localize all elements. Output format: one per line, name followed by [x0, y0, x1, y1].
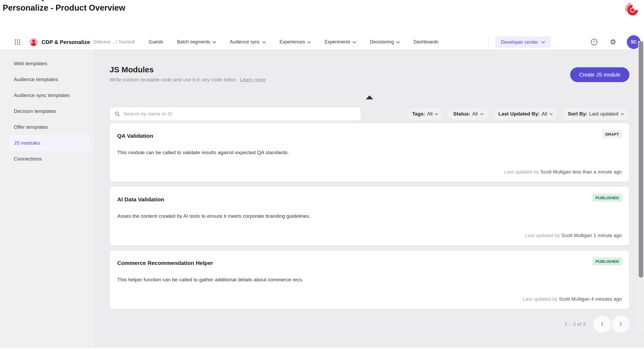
sidebar-item-decision-templates[interactable]: Decision templates [10, 103, 89, 119]
page-subtitle: Write custom reusable code and use it in… [110, 77, 265, 83]
sidebar-item-audience-templates[interactable]: Audience templates [10, 72, 89, 87]
scrollbar-track [638, 41, 644, 332]
nav-item-dashboards[interactable]: Dashboards [413, 39, 438, 45]
page: Personalize - Product Overview [0, 0, 644, 351]
learn-more-link[interactable]: Learn more [240, 77, 265, 82]
module-description: This helper function can be called to ga… [117, 277, 303, 283]
filter-status[interactable]: Status:All [448, 107, 489, 121]
chevron-down-icon [262, 41, 266, 43]
scrollbar-thumb[interactable] [639, 41, 643, 278]
pagination-next-button[interactable] [612, 316, 629, 333]
sidebar-item-web-templates[interactable]: Web templates [10, 56, 89, 72]
chevron-down-icon [621, 113, 624, 115]
app-launcher-icon[interactable] [15, 39, 20, 45]
module-list: QA Validation DRAFT This module can be c… [110, 123, 629, 309]
chevron-down-icon [550, 113, 553, 115]
module-description: This module can be called to validate re… [117, 150, 289, 155]
svg-text:?: ? [593, 40, 595, 44]
chevron-left-icon [600, 322, 604, 327]
module-description: Asses the content created by AI tools to… [117, 213, 310, 219]
app-frame: CDP & Personalize Sitecore ...! Summit G… [0, 34, 644, 348]
filter-last-updated-by[interactable]: Last Updated By:All [493, 107, 558, 121]
module-name: QA Validation [117, 133, 153, 139]
filter-tags[interactable]: Tags:All [407, 107, 444, 121]
filter-sort-by[interactable]: Sort By:Last updated [562, 107, 629, 121]
nav-item-experiences[interactable]: Experiences [280, 39, 311, 45]
developer-center-menu[interactable]: Developer center [495, 36, 551, 48]
pagination-prev-button[interactable] [593, 316, 611, 333]
chevron-down-icon [396, 41, 400, 43]
chevron-down-icon [353, 41, 356, 43]
page-title: JS Modules [110, 65, 265, 74]
nav-item-batch-segments[interactable]: Batch segments [177, 39, 216, 45]
chevron-right-icon [619, 322, 623, 327]
module-card[interactable]: Commerce Recommendation Helper PUBLISHED… [110, 250, 629, 309]
sidebar-item-offer-templates[interactable]: Offer templates [10, 119, 89, 135]
help-icon[interactable]: ? [591, 38, 598, 46]
main-content: JS Modules Write custom reusable code an… [95, 50, 644, 348]
chevron-down-icon [435, 113, 438, 115]
nav-divider [488, 37, 489, 47]
cdp-person-logo-icon[interactable] [29, 38, 38, 46]
nav-item-audience-sync[interactable]: Audience sync [230, 39, 266, 45]
brand-name[interactable]: CDP & Personalize [42, 39, 90, 45]
module-last-updated: Last updated by Scott Mulligan 4 minutes… [523, 296, 622, 302]
nav-item-guests[interactable]: Guests [148, 39, 163, 45]
chevron-down-icon [480, 113, 483, 115]
toolbar: Tags:All Status:All Last Updated By:All [110, 107, 629, 121]
sidebar-item-audience-sync-templates[interactable]: Audience sync templates [10, 87, 89, 103]
status-badge: PUBLISHED [592, 194, 622, 202]
search-box [110, 107, 361, 121]
org-name: Sitecore ...! Summit [93, 39, 135, 45]
create-js-module-button[interactable]: Create JS module [570, 67, 629, 82]
settings-gear-icon[interactable]: ⚙ [610, 38, 616, 46]
top-navbar: CDP & Personalize Sitecore ...! Summit G… [0, 34, 644, 50]
pagination: 1 – 3 of 3 [110, 316, 629, 333]
collapse-panel-icon[interactable] [366, 95, 373, 99]
chevron-down-icon [213, 41, 216, 43]
pagination-range: 1 – 3 of 3 [565, 321, 586, 327]
status-badge: PUBLISHED [592, 257, 622, 265]
chevron-down-icon [541, 41, 545, 43]
nav-item-experiments[interactable]: Experiments [325, 39, 356, 45]
sidebar-item-connections[interactable]: Connections [10, 151, 89, 167]
sitecore-personalize-logo-icon [624, 2, 641, 18]
status-badge: DRAFT [602, 130, 622, 138]
module-card[interactable]: AI Data Validation PUBLISHED Asses the c… [110, 186, 629, 246]
module-name: AI Data Validation [117, 196, 164, 203]
module-name: Commerce Recommendation Helper [117, 260, 213, 266]
clipped-purple-element [42, 0, 44, 1]
module-last-updated: Last updated by Scott Mulligan less than… [504, 169, 622, 175]
chevron-down-icon [307, 41, 311, 43]
module-last-updated: Last updated by Scott Mulligan 1 minute … [525, 233, 622, 238]
sidebar-item-js-modules[interactable]: JS modules [10, 135, 89, 151]
search-icon [115, 111, 120, 117]
nav-item-decisioning[interactable]: Decisioning [370, 39, 399, 45]
search-input[interactable] [123, 111, 356, 117]
document-title: Personalize - Product Overview [3, 3, 125, 13]
sidebar: Web templates Audience templates Audienc… [0, 50, 95, 348]
module-card[interactable]: QA Validation DRAFT This module can be c… [110, 123, 629, 182]
